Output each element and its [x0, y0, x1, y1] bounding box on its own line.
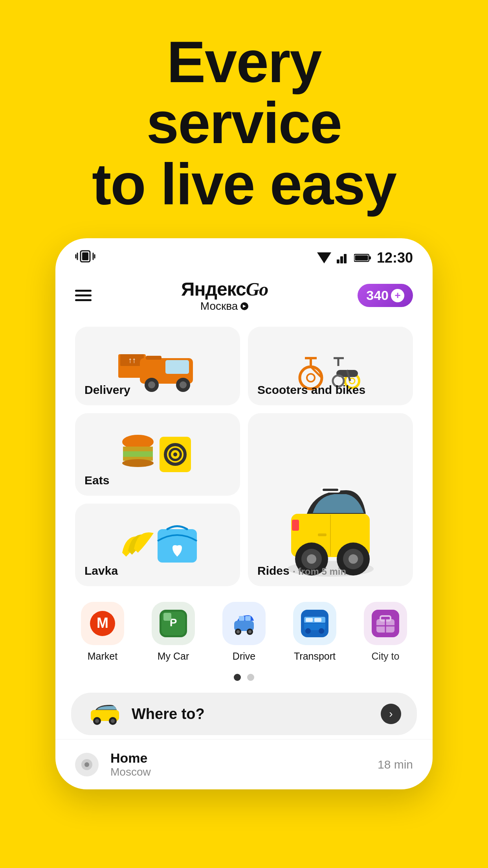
destination-row-home[interactable]: Home Moscow 18 min — [55, 739, 433, 789]
svg-rect-69 — [245, 616, 251, 621]
svg-point-45 — [173, 452, 177, 456]
delivery-label: Delivery — [84, 379, 130, 397]
svg-rect-49 — [323, 489, 338, 491]
svg-point-73 — [248, 630, 251, 633]
cityto-label: City to — [372, 651, 400, 662]
where-to-left: Where to? — [87, 703, 205, 725]
lavka-label: Lavka — [84, 559, 118, 577]
svg-text:M: M — [97, 615, 108, 631]
destination-subtitle: Moscow — [110, 766, 366, 778]
location-label[interactable]: Москва — [181, 300, 268, 313]
cityto-icon — [364, 602, 407, 645]
svg-rect-58 — [318, 533, 327, 536]
svg-rect-11 — [355, 256, 368, 261]
service-card-delivery[interactable]: ↑↑ Delivery — [75, 327, 240, 405]
status-bar: 12:30 — [55, 238, 433, 270]
lavka-icon — [114, 521, 201, 568]
svg-point-91 — [111, 719, 115, 723]
scooters-label: Scooters and bikes — [257, 379, 365, 397]
destination-info: Home Moscow — [110, 750, 366, 778]
status-indicators: 12:30 — [317, 250, 413, 266]
plus-icon: + — [391, 289, 404, 302]
service-card-rides[interactable]: Rides · from 5 min — [248, 413, 413, 586]
svg-rect-12 — [369, 256, 371, 259]
svg-rect-7 — [337, 259, 339, 263]
mini-services-row: M Market P My Car — [55, 594, 433, 670]
eats-label: Eats — [84, 469, 109, 487]
svg-point-41 — [122, 459, 154, 467]
dot-1 — [234, 674, 241, 681]
market-icon: M — [81, 602, 124, 645]
service-card-eats[interactable]: Eats — [75, 413, 240, 496]
svg-point-56 — [349, 554, 358, 564]
svg-rect-50 — [292, 520, 299, 531]
market-label: Market — [88, 651, 117, 662]
svg-point-79 — [305, 628, 311, 634]
wifi-icon — [317, 252, 331, 263]
small-taxi-icon — [87, 703, 122, 725]
app-logo: ЯндексGo Москва — [181, 278, 268, 313]
svg-rect-68 — [239, 616, 244, 621]
taxi-car-icon — [283, 451, 378, 577]
where-to-text: Where to? — [132, 706, 205, 723]
battery-icon — [354, 254, 371, 262]
svg-rect-8 — [340, 256, 343, 263]
home-pin-icon — [81, 758, 93, 771]
svg-point-93 — [84, 762, 89, 767]
transport-label: Transport — [294, 651, 336, 662]
location-arrow-icon — [240, 302, 249, 311]
svg-rect-9 — [344, 254, 347, 263]
svg-rect-65 — [163, 613, 171, 621]
svg-point-71 — [237, 630, 240, 633]
drive-label: Drive — [233, 651, 255, 662]
svg-rect-78 — [314, 618, 321, 622]
svg-point-80 — [319, 628, 324, 634]
app-header: ЯндексGo Москва 340 + — [55, 270, 433, 319]
service-card-lavka[interactable]: Lavka — [75, 504, 240, 586]
svg-point-89 — [95, 719, 99, 723]
mycar-label: My Car — [158, 651, 189, 662]
svg-text:↑↑: ↑↑ — [128, 356, 136, 364]
hero-title: Every service to live easy — [0, 31, 488, 215]
eats-icon — [114, 431, 201, 478]
plus-badge[interactable]: 340 + — [358, 284, 413, 307]
mini-service-transport[interactable]: Transport — [279, 602, 350, 662]
where-to-arrow: › — [381, 704, 401, 724]
dot-2 — [247, 674, 254, 681]
svg-marker-6 — [317, 252, 331, 263]
where-to-bar[interactable]: Where to? › — [71, 693, 417, 735]
mini-service-drive[interactable]: Drive — [209, 602, 279, 662]
transport-icon — [293, 602, 336, 645]
rides-visual — [257, 423, 404, 577]
rides-label: Rides · from 5 min — [257, 559, 346, 577]
destination-name: Home — [110, 750, 366, 766]
svg-rect-1 — [82, 252, 88, 260]
service-card-scooters[interactable]: Scooters and bikes — [248, 327, 413, 405]
page-dots — [55, 670, 433, 689]
services-grid: ↑↑ Delivery — [55, 319, 433, 594]
logo-title: ЯндексGo — [181, 278, 268, 300]
hamburger-menu[interactable] — [75, 290, 92, 301]
destination-icon — [75, 753, 99, 776]
hero-section: Every service to live easy — [0, 0, 488, 238]
vibrate-icon — [75, 249, 95, 267]
status-time: 12:30 — [377, 250, 413, 266]
signal-icon — [337, 252, 349, 263]
mini-service-mycar[interactable]: P My Car — [138, 602, 209, 662]
svg-rect-19 — [165, 360, 189, 374]
svg-rect-38 — [123, 447, 153, 451]
mycar-icon: P — [152, 602, 195, 645]
svg-rect-77 — [306, 618, 313, 622]
svg-point-23 — [180, 381, 187, 388]
mini-service-market[interactable]: M Market — [67, 602, 138, 662]
destination-time: 18 min — [378, 758, 413, 771]
svg-rect-24 — [146, 356, 161, 360]
mini-service-cityto[interactable]: City to — [350, 602, 421, 662]
drive-icon — [222, 602, 266, 645]
svg-rect-39 — [123, 451, 153, 457]
svg-point-21 — [148, 381, 155, 388]
phone-mockup: 12:30 ЯндексGo Москва 340 + — [55, 238, 433, 789]
